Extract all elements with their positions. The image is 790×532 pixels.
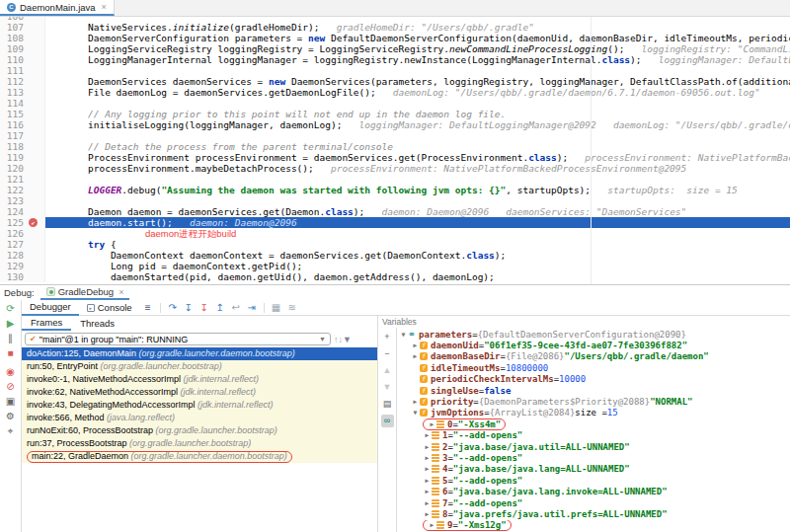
editor-body[interactable]: 106107NativeServices.initialize(gradleHo… [0, 17, 790, 284]
chevron-right-icon[interactable]: ▶ [428, 520, 436, 530]
resume-icon[interactable]: ▶ [3, 316, 18, 331]
frame-row[interactable]: doAction:125, DaemonMain (org.gradle.lau… [22, 347, 377, 360]
layout-menu-icon[interactable]: ≡ [140, 302, 156, 313]
debug-session-tab[interactable]: GradleDebug × [40, 285, 130, 300]
step-into-icon[interactable]: ↧ [181, 302, 197, 313]
editor-tab-daemonmain[interactable]: C DaemonMain.java × [0, 0, 115, 16]
tab-frames[interactable]: Frames [22, 316, 71, 331]
variable-row[interactable]: ▼∞parameters = {DefaultDaemonServerConfi… [397, 329, 790, 340]
code-line[interactable]: 109LoggingServiceRegistry loggingRegistr… [0, 43, 790, 54]
variable-row[interactable]: ▶fdaemonUid = "06f1ef35-9cee-43fd-ae07-7… [397, 340, 790, 350]
code-line[interactable]: 120processEnvironment.maybeDetachProcess… [0, 163, 790, 174]
move-down-icon[interactable]: ▼ [381, 381, 394, 394]
thread-dump-camera-icon[interactable]: ▣ [3, 394, 18, 409]
code-line[interactable]: 113File daemonLog = daemonServices.getDa… [0, 87, 790, 98]
evaluate-calculator-icon[interactable]: ▦ [269, 302, 284, 313]
code-line[interactable]: 130 daemonStarted(pid, daemon.getUid(), … [0, 271, 790, 282]
variable-row[interactable]: ▶fpriority = {DaemonParameters$Priority@… [397, 396, 790, 407]
frame-row[interactable]: main:22, GradleDaemon (org.gradle.launch… [22, 450, 377, 463]
watches-infinity-icon[interactable]: ∞ [381, 415, 394, 427]
move-up-icon[interactable]: ▲ [381, 364, 394, 377]
frame-row[interactable]: invoke:62, NativeMethodAccessorImpl (jdk… [22, 386, 377, 399]
chevron-right-icon[interactable]: ▶ [423, 465, 432, 473]
chevron-right-icon[interactable]: ▶ [423, 499, 432, 507]
tab-threads[interactable]: Threads [71, 316, 123, 331]
chevron-right-icon[interactable]: ▶ [411, 342, 420, 349]
tab-console[interactable]: ▸Console [79, 300, 140, 316]
variable-row[interactable]: ▶1 = "--add-opens" [397, 430, 790, 441]
code-line[interactable]: 128 DaemonContext daemonContext = daemon… [0, 250, 790, 261]
variable-row[interactable]: fsingleUse = false [397, 385, 790, 396]
chevron-right-icon[interactable]: ▶ [411, 352, 420, 360]
chevron-right-icon[interactable]: ▶ [423, 488, 432, 495]
trace-stream-icon[interactable]: ≋ [284, 302, 300, 313]
tab-debugger[interactable]: Debugger [22, 300, 79, 316]
code-line[interactable]: 116initialiseLogging(loggingManager, dae… [0, 119, 790, 130]
code-line[interactable]: 119ProcessEnvironment processEnvironment… [0, 152, 790, 163]
code-line[interactable]: 107NativeServices.initialize(gradleHomeD… [0, 22, 790, 33]
pin-icon[interactable]: ⌖ [3, 423, 18, 438]
code-line[interactable]: 117 [0, 130, 790, 141]
code-line[interactable]: 127try { [0, 239, 790, 250]
chevron-right-icon[interactable]: ▶ [423, 443, 432, 451]
variable-row[interactable]: ▶4 = "java.base/java.lang=ALL-UNNAMED" [397, 464, 790, 475]
variable-row[interactable]: ▼fjvmOptions = {ArrayList@2084} size = 1… [397, 408, 790, 418]
filter-funnel-icon[interactable]: ▼ [343, 335, 352, 344]
chevron-right-icon[interactable]: ▶ [411, 398, 420, 406]
frame-row[interactable]: run:50, EntryPoint (org.gradle.launcher.… [22, 360, 377, 373]
frame-row[interactable]: invoke0:-1, NativeMethodAccessorImpl (jd… [22, 373, 377, 386]
code-line[interactable]: 112DaemonServices daemonServices = new D… [0, 76, 790, 87]
drop-frame-icon[interactable]: ↩ [228, 302, 244, 313]
variable-row[interactable]: ▶8 = "java.prefs/java.util.prefs=ALL-UNN… [397, 508, 790, 519]
close-icon[interactable]: × [118, 287, 123, 297]
pause-icon[interactable]: ∥ [3, 331, 18, 345]
code-line[interactable]: 124Daemon daemon = daemonServices.get(Da… [0, 206, 790, 217]
frame-row[interactable]: invoke:43, DelegatingMethodAccessorImpl … [22, 399, 377, 412]
add-watch-icon[interactable]: + [381, 331, 394, 343]
code-line[interactable]: 111 [0, 65, 790, 76]
code-line[interactable]: 108DaemonServerConfiguration parameters … [0, 33, 790, 43]
chevron-right-icon[interactable]: ▶ [428, 419, 436, 429]
variable-row[interactable]: ▶fdaemonBaseDir = {File@2086} "/Users/qb… [397, 351, 790, 362]
view-breakpoints-icon[interactable]: ◉ [3, 364, 18, 379]
chevron-right-icon[interactable]: ▶ [423, 477, 432, 485]
frame-row[interactable]: invoke:566, Method (java.lang.reflect) [22, 412, 377, 424]
code-line[interactable]: 125✔daemon.start(); daemon: Daemon@2096 [0, 217, 790, 228]
frame-row[interactable]: runNoExit:60, ProcessBootstrap (org.grad… [22, 424, 377, 437]
variable-row[interactable]: ▶9 = "-Xms12g" [397, 520, 790, 531]
step-out-icon[interactable]: ↥ [212, 302, 228, 313]
variable-row[interactable]: ▶0 = "-Xss4m" [397, 418, 790, 429]
chevron-right-icon[interactable]: ▶ [423, 431, 432, 439]
code-line[interactable]: 126daemon进程开始build [0, 228, 790, 239]
copy-icon[interactable]: ▤ [381, 398, 394, 411]
run-to-cursor-icon[interactable]: ⇥ [244, 302, 260, 313]
stop-icon[interactable]: ■ [3, 345, 18, 360]
chevron-down-icon[interactable]: ▼ [399, 331, 408, 339]
mute-breakpoints-icon[interactable]: ⊘ [3, 379, 18, 394]
remove-watch-icon[interactable]: − [381, 347, 394, 360]
code-line[interactable]: 121 [0, 174, 790, 185]
step-over-icon[interactable]: ↷ [165, 302, 181, 313]
close-icon[interactable]: × [102, 2, 107, 12]
variable-row[interactable]: fidleTimeoutMs = 10800000 [397, 362, 790, 373]
code-line[interactable]: 129 Long pid = daemonContext.getPid(); [0, 261, 790, 271]
code-line[interactable]: 115// Any logging prior to this point wi… [0, 109, 790, 119]
chevron-down-icon[interactable]: ▼ [411, 409, 420, 417]
variable-row[interactable]: ▶7 = "--add-opens" [397, 497, 790, 508]
variable-row[interactable]: ▶6 = "java.base/java.lang.invoke=ALL-UNN… [397, 486, 790, 496]
frame-row[interactable]: run:37, ProcessBootstrap (org.gradle.lau… [22, 437, 377, 450]
variable-row[interactable]: fperiodicCheckIntervalMs = 10000 [397, 374, 790, 385]
settings-gear-icon[interactable]: ⚙ [3, 409, 18, 423]
code-line[interactable]: 114 [0, 98, 790, 109]
variable-row[interactable]: ▶3 = "--add-opens" [397, 452, 790, 463]
code-line[interactable]: 122LOGGER.debug("Assuming the daemon was… [0, 185, 790, 195]
chevron-right-icon[interactable]: ▶ [423, 454, 432, 462]
variable-row[interactable]: ▶5 = "--add-opens" [397, 475, 790, 486]
thread-selector-dropdown[interactable]: ✔ "main"@1 in group "main": RUNNING ▼ [25, 333, 331, 345]
chevron-right-icon[interactable]: ▶ [423, 510, 432, 518]
code-line[interactable]: 110LoggingManagerInternal loggingManager… [0, 54, 790, 65]
rerun-icon[interactable]: ⟳ [3, 301, 18, 316]
variable-row[interactable]: ▶2 = "java.base/java.util=ALL-UNNAMED" [397, 441, 790, 452]
force-step-into-icon[interactable]: ↧ [197, 302, 212, 313]
breakpoint-icon[interactable]: ✔ [29, 218, 38, 227]
